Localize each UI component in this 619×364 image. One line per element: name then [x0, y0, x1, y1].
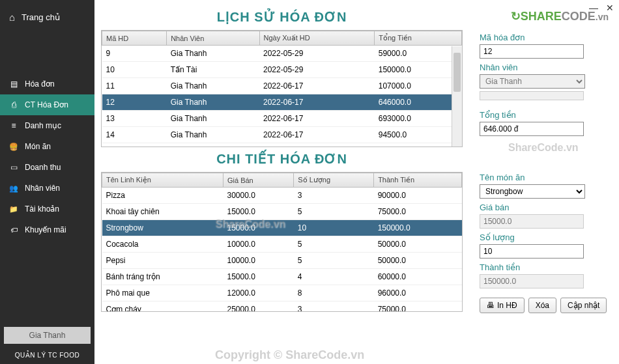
main-content: LỊCH SỬ HÓA ĐƠN Mã HD Nhân Viên Ngày Xuấ… — [94, 0, 469, 364]
sidebar-item-label: Doanh thu — [25, 163, 61, 172]
sidebar-home[interactable]: Trang chủ — [0, 0, 94, 35]
table-row[interactable]: 11Gia Thanh2022-06-17107000.0 — [102, 78, 462, 94]
cell: Gia Thanh — [167, 143, 259, 148]
sidebar-app-name: QUẢN LÝ TC FOOD — [0, 346, 94, 364]
th[interactable]: Giá Bán — [223, 173, 293, 188]
table-row[interactable]: 12Gia Thanh2022-06-17646000.0 — [102, 94, 462, 111]
cell: Cơm cháy — [102, 301, 223, 313]
cell: 94500.0 — [375, 127, 462, 143]
cell: 50000.0 — [374, 253, 462, 269]
update-button[interactable]: Cập nhật — [560, 298, 607, 313]
scrollbar[interactable] — [452, 46, 462, 147]
cell: 5 — [294, 253, 374, 269]
table-row[interactable]: Strongbow15000.010150000.0 — [102, 220, 462, 236]
label-tenmon: Tên món ăn — [480, 173, 609, 182]
cell: 75000.0 — [374, 204, 462, 220]
input-sl[interactable] — [480, 244, 584, 259]
cell: Gia Thanh — [167, 111, 259, 127]
detail-icon — [9, 100, 18, 109]
cell: 2022-06-17 — [259, 127, 375, 143]
cell: 15000.0 — [223, 269, 293, 285]
cell: 90000.0 — [374, 188, 462, 204]
table-row[interactable]: Cơm cháy25000.0375000.0 — [102, 301, 462, 313]
cell: 10 — [102, 62, 167, 78]
detail-title: CHI TIẾT HÓA ĐƠN — [101, 151, 463, 167]
sidebar-item-monan[interactable]: Món ăn — [0, 136, 94, 157]
cell: 107000.0 — [375, 78, 462, 94]
sidebar-user: Gia Thanh — [4, 327, 91, 344]
cell: 646000.0 — [375, 94, 462, 111]
cell: Pizza — [102, 188, 223, 204]
th[interactable]: Số Lượng — [294, 173, 374, 188]
cell: 2022-06-17 — [259, 78, 375, 94]
table-row[interactable]: Pepsi10000.0550000.0 — [102, 253, 462, 269]
table-row[interactable]: Khoai tây chiên15000.0575000.0 — [102, 204, 462, 220]
cell: Bánh tráng trộn — [102, 269, 223, 285]
cell: Gia Thanh — [167, 127, 259, 143]
table-row[interactable]: Pizza30000.0390000.0 — [102, 188, 462, 204]
label-mahd: Mã hóa đơn — [480, 33, 609, 42]
cell: 10 — [294, 220, 374, 236]
table-row[interactable]: 9Gia Thanh2022-05-2959000.0 — [102, 46, 462, 62]
delete-button[interactable]: Xóa — [528, 298, 556, 313]
cell: 59000.0 — [375, 46, 462, 62]
table-row[interactable]: 13Gia Thanh2022-06-17693000.0 — [102, 111, 462, 127]
close-button[interactable]: ✕ — [606, 3, 614, 13]
label-gia: Giá bán — [480, 203, 609, 212]
th[interactable]: Tổng Tiền — [375, 31, 462, 46]
cell: 96000.0 — [374, 285, 462, 301]
label-tong: Tổng tiền — [480, 110, 609, 120]
sidebar-item-nhanvien[interactable]: Nhân viên — [0, 178, 94, 199]
print-button[interactable]: In HĐ — [480, 298, 525, 313]
cell: 2022-05-29 — [259, 46, 375, 62]
cell: 15000.0 — [223, 204, 293, 220]
sidebar-item-doanhthu[interactable]: Doanh thu — [0, 157, 94, 178]
sidebar-item-taikhoan[interactable]: Tài khoản — [0, 199, 94, 219]
cell: 2022-06-17 — [259, 111, 375, 127]
table-row[interactable]: Cocacola10000.0550000.0 — [102, 236, 462, 253]
cell: 2022-06-18 — [259, 143, 375, 148]
input-tong[interactable] — [480, 122, 584, 136]
cell: 75000.0 — [375, 143, 462, 148]
sidebar: Trang chủ Hóa đơn CT Hóa Đơn Danh mục Mó… — [0, 0, 94, 364]
history-table[interactable]: Mã HD Nhân Viên Ngày Xuất HD Tổng Tiền 9… — [102, 31, 462, 147]
select-nv[interactable]: Gia Thanh — [480, 74, 585, 89]
label-nv: Nhân viên — [480, 63, 609, 72]
table-row[interactable]: 15Gia Thanh2022-06-1875000.0 — [102, 143, 462, 148]
cell: 4 — [294, 269, 374, 285]
minimize-button[interactable]: — — [589, 3, 598, 13]
table-row[interactable]: 10Tấn Tài2022-05-29150000.0 — [102, 62, 462, 78]
staff-icon — [9, 184, 18, 193]
table-row[interactable]: Bánh tráng trộn15000.0460000.0 — [102, 269, 462, 285]
label-tt: Thành tiền — [480, 262, 609, 272]
scrollbar-thumb[interactable] — [453, 53, 461, 92]
sidebar-item-cthoadon[interactable]: CT Hóa Đơn — [0, 94, 94, 115]
sidebar-item-label: Danh mục — [25, 121, 61, 130]
receipt-icon — [9, 79, 18, 89]
input-mahd[interactable] — [480, 44, 584, 59]
food-icon — [9, 142, 18, 151]
sidebar-item-label: Món ăn — [25, 142, 51, 151]
sidebar-item-khuyenmai[interactable]: Khuyến mãi — [0, 219, 94, 240]
cell: 15000.0 — [223, 220, 293, 236]
cell: 8 — [294, 285, 374, 301]
table-row[interactable]: Phô mai que12000.0896000.0 — [102, 285, 462, 301]
sidebar-item-hoadon[interactable]: Hóa đơn — [0, 74, 94, 94]
th[interactable]: Mã HD — [102, 31, 167, 46]
cell: 60000.0 — [374, 269, 462, 285]
revenue-icon — [9, 163, 18, 172]
history-table-container: Mã HD Nhân Viên Ngày Xuất HD Tổng Tiền 9… — [101, 30, 463, 147]
detail-table[interactable]: Tên Linh Kiện Giá Bán Số Lượng Thành Tiề… — [102, 173, 462, 312]
sidebar-item-label: Nhân viên — [25, 184, 60, 193]
th[interactable]: Tên Linh Kiện — [102, 173, 223, 188]
th[interactable]: Thành Tiền — [374, 173, 462, 188]
cell: 11 — [102, 78, 167, 94]
input-tt — [480, 274, 584, 288]
cell: 2022-06-17 — [259, 94, 375, 111]
th[interactable]: Ngày Xuất HD — [259, 31, 375, 46]
select-tenmon[interactable]: Strongbow — [480, 184, 585, 199]
th[interactable]: Nhân Viên — [167, 31, 259, 46]
sidebar-item-danhmuc[interactable]: Danh mục — [0, 115, 94, 136]
table-row[interactable]: 14Gia Thanh2022-06-1794500.0 — [102, 127, 462, 143]
cell: 14 — [102, 127, 167, 143]
